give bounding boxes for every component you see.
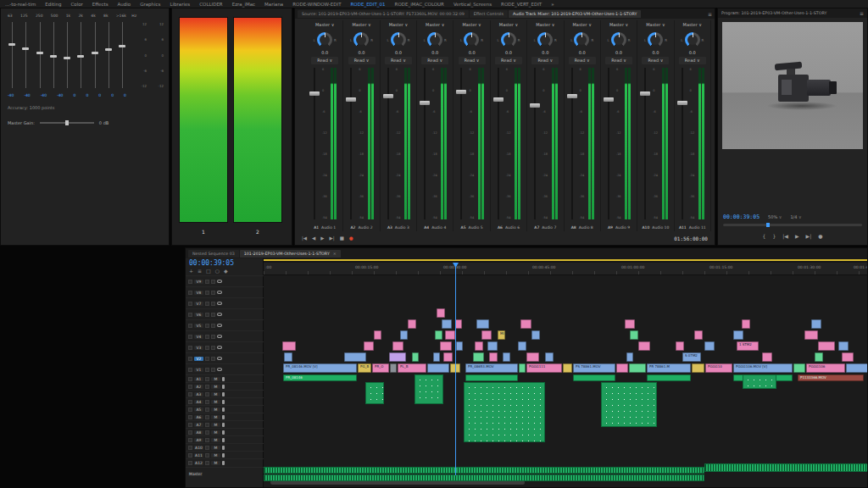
fader-handle[interactable] — [383, 94, 393, 98]
track-lock-toggle[interactable] — [188, 377, 192, 381]
eye-icon[interactable] — [217, 302, 222, 305]
sync-lock-toggle[interactable] — [205, 438, 209, 442]
automation-mode-dropdown[interactable]: Read ∨ — [421, 57, 448, 64]
clip[interactable] — [563, 363, 572, 373]
eye-icon[interactable] — [217, 324, 222, 327]
clip[interactable] — [390, 363, 397, 373]
track-label[interactable]: V6 — [194, 313, 203, 317]
timeline-tool-icon[interactable]: ○ — [215, 268, 220, 274]
output-assignment-dropdown[interactable]: Master ∨ — [609, 22, 628, 30]
workspace-tab[interactable]: RODE_EDIT_01 — [351, 2, 386, 7]
eye-icon[interactable] — [217, 291, 222, 294]
clip[interactable]: PL_B — [398, 363, 426, 373]
output-assignment-dropdown[interactable]: Master ∨ — [389, 22, 408, 30]
clip[interactable] — [435, 330, 442, 340]
clip[interactable] — [437, 308, 445, 318]
workspace-tab[interactable]: ...-to-real-tim — [5, 2, 36, 7]
sync-lock-toggle[interactable] — [205, 368, 209, 372]
automation-mode-dropdown[interactable]: Read ∨ — [569, 57, 596, 64]
transport-button[interactable]: ▶ — [795, 233, 799, 239]
track-lock-toggle[interactable] — [188, 392, 192, 396]
clip[interactable] — [503, 352, 510, 362]
track-label[interactable]: A6 — [194, 415, 203, 419]
workspace-tab[interactable]: RODE-WINDOW-EDIT — [292, 2, 341, 7]
automation-mode-dropdown[interactable]: Read ∨ — [459, 57, 486, 64]
workspace-tab[interactable]: Mariana — [264, 2, 283, 7]
clip[interactable] — [481, 330, 492, 340]
clip[interactable] — [374, 330, 381, 340]
track-label[interactable]: V4 — [194, 335, 203, 339]
sync-lock-toggle[interactable] — [205, 357, 209, 361]
eq-band-slider[interactable] — [118, 22, 126, 88]
clip[interactable]: PGGG106.MOV [V] — [733, 363, 793, 373]
audio-clip-block[interactable] — [743, 374, 776, 389]
clip[interactable] — [838, 341, 849, 351]
eye-icon[interactable] — [217, 368, 222, 371]
transport-button[interactable]: |◀ — [302, 236, 307, 241]
track-lock-toggle[interactable] — [188, 423, 192, 427]
clip[interactable] — [811, 319, 821, 329]
fader-handle[interactable] — [420, 101, 430, 105]
sync-lock-toggle[interactable] — [205, 335, 209, 339]
track-lock-toggle[interactable] — [188, 400, 192, 404]
mute-toggle[interactable]: M — [211, 377, 220, 381]
workspace-tab[interactable]: Vertical_Screens — [453, 2, 492, 7]
track-label[interactable]: A10 — [194, 446, 203, 450]
pan-knob[interactable] — [317, 32, 332, 47]
track-label[interactable]: A8 — [194, 430, 203, 435]
sync-lock-toggle[interactable] — [205, 346, 209, 350]
eq-band-slider[interactable] — [21, 22, 30, 88]
workspace-tab[interactable]: Audio — [118, 2, 131, 7]
clip[interactable] — [694, 330, 703, 340]
clip[interactable] — [742, 319, 750, 329]
sync-lock-toggle[interactable] — [205, 385, 209, 389]
output-assignment-dropdown[interactable]: Master ∨ — [646, 22, 665, 30]
mute-toggle[interactable]: M — [211, 461, 220, 465]
pan-knob[interactable] — [501, 32, 516, 47]
track-output-toggle[interactable] — [211, 302, 215, 306]
clip[interactable] — [487, 341, 498, 351]
playhead-line[interactable] — [455, 263, 456, 475]
clip[interactable] — [282, 341, 296, 351]
fader-handle[interactable] — [677, 101, 687, 105]
clip[interactable] — [520, 319, 531, 329]
clip[interactable]: P1133366.MOV — [798, 374, 864, 381]
record-button[interactable]: ● — [349, 236, 353, 241]
clip[interactable]: PG_B — [358, 363, 371, 373]
fader-handle[interactable] — [640, 92, 650, 96]
workspace-tab[interactable]: COLLIDER — [199, 2, 222, 7]
clip[interactable] — [519, 363, 526, 373]
track-lock-toggle[interactable] — [188, 368, 192, 372]
pan-knob[interactable] — [464, 32, 479, 47]
eq-slider-handle[interactable] — [8, 43, 15, 46]
clip[interactable] — [473, 352, 484, 362]
audio-clip-block[interactable] — [464, 382, 545, 442]
panel-menu-icon[interactable]: ≡ — [860, 10, 864, 16]
track-output-toggle[interactable] — [211, 335, 215, 339]
clip[interactable] — [616, 363, 628, 373]
track-lock-toggle[interactable] — [188, 415, 192, 419]
clip[interactable] — [443, 352, 453, 362]
sync-lock-toggle[interactable] — [205, 415, 209, 419]
audio-clip-block[interactable] — [415, 374, 443, 404]
clip[interactable] — [389, 352, 406, 362]
track-output-toggle[interactable] — [211, 368, 215, 372]
timeline-canvas[interactable]: :0000:00:15:0000:00:30:0000:00:45:0000:0… — [264, 258, 867, 487]
clip[interactable]: PGGG111 — [526, 363, 562, 373]
clip[interactable] — [545, 352, 554, 362]
eq-band-slider[interactable] — [76, 22, 85, 88]
clip[interactable] — [364, 341, 374, 351]
track-lock-toggle[interactable] — [188, 446, 192, 450]
workspace-tab[interactable]: RODE_iMAC_COLOUR — [395, 2, 444, 7]
clip[interactable] — [489, 352, 498, 362]
clip[interactable] — [400, 330, 408, 340]
eq-slider-handle[interactable] — [92, 52, 98, 54]
track-lock-toggle[interactable] — [188, 335, 192, 339]
automation-mode-dropdown[interactable]: Read ∨ — [531, 57, 559, 64]
track-label[interactable]: A1 — [194, 377, 203, 381]
sync-lock-toggle[interactable] — [205, 324, 209, 328]
track-label[interactable]: V2 — [194, 357, 203, 361]
output-assignment-dropdown[interactable]: Master ∨ — [499, 22, 518, 30]
automation-mode-dropdown[interactable]: Read ∨ — [348, 57, 376, 64]
transport-button[interactable]: ● — [818, 233, 822, 239]
